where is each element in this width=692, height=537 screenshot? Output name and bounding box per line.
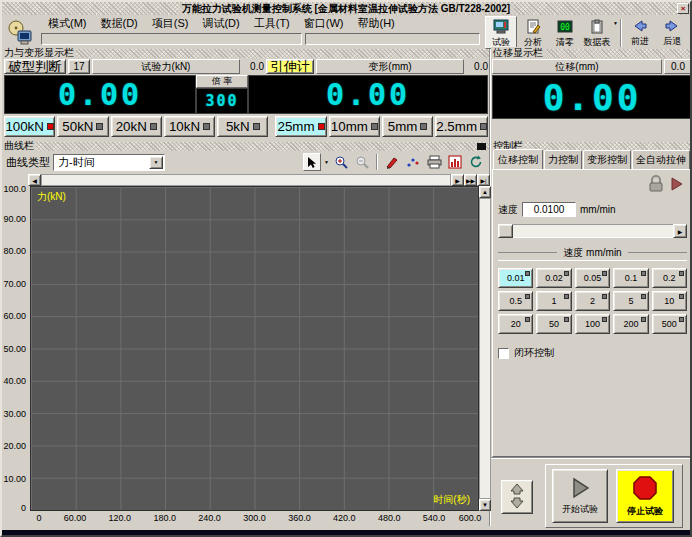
plot-area[interactable]: 力(kN) 时间(秒) xyxy=(30,186,479,511)
deform-label-bar: 变形(mm) xyxy=(316,59,464,74)
speed-indicator xyxy=(525,294,530,299)
speed-input[interactable]: 0.0100 xyxy=(522,202,576,217)
speed-label-value: 50 xyxy=(549,319,559,329)
deform-range-2.5mm[interactable]: 2.5mm xyxy=(435,116,488,137)
menu-debug[interactable]: 调试(D) xyxy=(196,15,245,32)
control-tab-body: 速度 0.0100 mm/min ▶ 速度 mm/min 0.01 0.02 0… xyxy=(492,169,692,457)
marker-pen-icon[interactable] xyxy=(383,153,401,171)
menu-mode[interactable]: 模式(M) xyxy=(42,15,93,32)
speed-100[interactable]: 100 xyxy=(575,314,610,334)
position-label-row: 位移(mm) 0.0 xyxy=(492,59,692,74)
refresh-icon[interactable] xyxy=(467,153,485,171)
play-small-icon[interactable] xyxy=(670,177,683,195)
datasheet-button[interactable]: 数据表 xyxy=(581,16,613,49)
force-range-5kn[interactable]: 5kN xyxy=(217,116,268,137)
speed-50[interactable]: 50 xyxy=(536,314,571,334)
deform-range-25mm[interactable]: 25mm xyxy=(275,116,326,137)
position-label-bar: 位移(mm) xyxy=(492,59,662,74)
stop-test-button[interactable]: 停止试验 xyxy=(616,469,674,523)
curve-type-select[interactable]: 力-时间 ▼ xyxy=(53,154,165,171)
analyze-button[interactable]: 分析 xyxy=(517,16,549,49)
speed-1[interactable]: 1 xyxy=(536,291,571,311)
zoom-out-icon[interactable] xyxy=(353,153,371,171)
speed-500[interactable]: 500 xyxy=(652,314,687,334)
jog-back-button[interactable]: 后退 xyxy=(656,16,688,49)
menu-tools[interactable]: 工具(T) xyxy=(248,15,296,32)
speed-10[interactable]: 10 xyxy=(652,291,687,311)
print-icon[interactable] xyxy=(425,153,443,171)
range-label: 20kN xyxy=(116,119,147,134)
hscroll-track[interactable] xyxy=(41,174,451,186)
range-indicator xyxy=(96,123,103,130)
vscroll-down-icon[interactable]: ▼ xyxy=(479,499,491,511)
vscroll-up-icon[interactable]: ▲ xyxy=(479,186,491,198)
vscroll-track[interactable] xyxy=(479,198,491,499)
y-tick-label: 0 xyxy=(21,503,26,513)
tab-auto-tensile[interactable]: 全自动拉伸 xyxy=(632,150,690,170)
crosshead-jog-button[interactable] xyxy=(501,480,533,514)
chart-vscrollbar[interactable]: ▲ ▼ xyxy=(479,186,491,511)
deform-range-5mm[interactable]: 5mm xyxy=(382,116,433,137)
start-test-label: 开始试验 xyxy=(562,503,598,516)
speed-0.5[interactable]: 0.5 xyxy=(498,291,533,311)
chart-report-icon[interactable] xyxy=(446,153,464,171)
speed-0.1[interactable]: 0.1 xyxy=(613,268,648,288)
tab-deform-control[interactable]: 变形控制 xyxy=(583,150,631,170)
deform-peak-value: 0.0 xyxy=(466,59,488,74)
combo-caret-icon[interactable]: ▼ xyxy=(149,156,163,169)
deform-range-10mm[interactable]: 10mm xyxy=(329,116,380,137)
slider-thumb[interactable] xyxy=(498,224,513,238)
x-tick-label: 360.0 xyxy=(288,513,311,523)
speed-0.2[interactable]: 0.2 xyxy=(652,268,687,288)
speed-0.05[interactable]: 0.05 xyxy=(575,268,610,288)
data-points-icon[interactable] xyxy=(404,153,422,171)
test-button[interactable]: 试验 xyxy=(485,16,517,49)
speed-0.01[interactable]: 0.01 xyxy=(498,268,533,288)
play-forward-icon[interactable]: ▶ xyxy=(451,174,464,186)
extensometer-button[interactable]: 引伸计 xyxy=(266,59,314,74)
slider-track[interactable] xyxy=(513,224,673,238)
force-range-100kn[interactable]: 100kN xyxy=(4,116,55,137)
menu-window[interactable]: 窗口(W) xyxy=(298,15,350,32)
skip-forward-icon[interactable]: ▶▶ xyxy=(464,174,477,186)
cursor-caret-icon[interactable]: ▼ xyxy=(324,159,329,165)
menu-data[interactable]: 数据(D) xyxy=(95,15,144,32)
speed-200[interactable]: 200 xyxy=(613,314,648,334)
chart-header-box-icon[interactable] xyxy=(477,143,486,150)
tab-position-control[interactable]: 位移控制 xyxy=(493,149,543,171)
speed-indicator xyxy=(525,317,530,322)
zoom-in-icon[interactable] xyxy=(332,153,350,171)
speed-unit-label: mm/min xyxy=(580,204,616,215)
close-icon[interactable]: × xyxy=(677,3,689,14)
force-range-10kn[interactable]: 10kN xyxy=(164,116,215,137)
speed-label-value: 0.2 xyxy=(663,273,676,283)
menu-project[interactable]: 项目(S) xyxy=(146,15,195,32)
slider-right-icon[interactable]: ▶ xyxy=(673,224,687,238)
datasheet-icon xyxy=(589,19,605,37)
start-test-button[interactable]: 开始试验 xyxy=(552,469,608,523)
jog-forward-button[interactable]: 前进 xyxy=(624,16,656,49)
datasheet-dropdown-caret[interactable]: ▼ xyxy=(613,20,618,26)
break-judge-button[interactable]: 破型判断 xyxy=(4,59,66,74)
speed-20[interactable]: 20 xyxy=(498,314,533,334)
speed-5[interactable]: 5 xyxy=(613,291,648,311)
y-tick-label: 30.00 xyxy=(3,409,26,419)
zero-button[interactable]: 00 清零 xyxy=(549,16,581,49)
skip-to-end-icon[interactable]: ▶| xyxy=(477,174,490,186)
menu-help[interactable]: 帮助(H) xyxy=(352,15,401,32)
force-range-20kn[interactable]: 20kN xyxy=(111,116,162,137)
force-range-50kn[interactable]: 50kN xyxy=(57,116,108,137)
hscroll-left-icon[interactable]: ◀ xyxy=(28,174,41,186)
speed-indicator xyxy=(602,271,607,276)
speed-2[interactable]: 2 xyxy=(575,291,610,311)
chart-hscrollbar[interactable]: ◀ ▶ ▶▶ ▶| xyxy=(28,174,490,186)
tab-force-control[interactable]: 力控制 xyxy=(544,150,582,170)
cursor-tool-icon[interactable] xyxy=(303,153,321,171)
top-bar: 模式(M) 数据(D) 项目(S) 调试(D) 工具(T) 窗口(W) 帮助(H… xyxy=(2,15,690,50)
closed-loop-checkbox[interactable] xyxy=(498,348,509,359)
range-indicator xyxy=(253,123,260,130)
y-tick-label: 100.0 xyxy=(3,184,26,194)
speed-0.02[interactable]: 0.02 xyxy=(536,268,571,288)
curve-type-value: 力-时间 xyxy=(54,155,149,170)
speed-slider[interactable]: ▶ xyxy=(498,224,687,238)
